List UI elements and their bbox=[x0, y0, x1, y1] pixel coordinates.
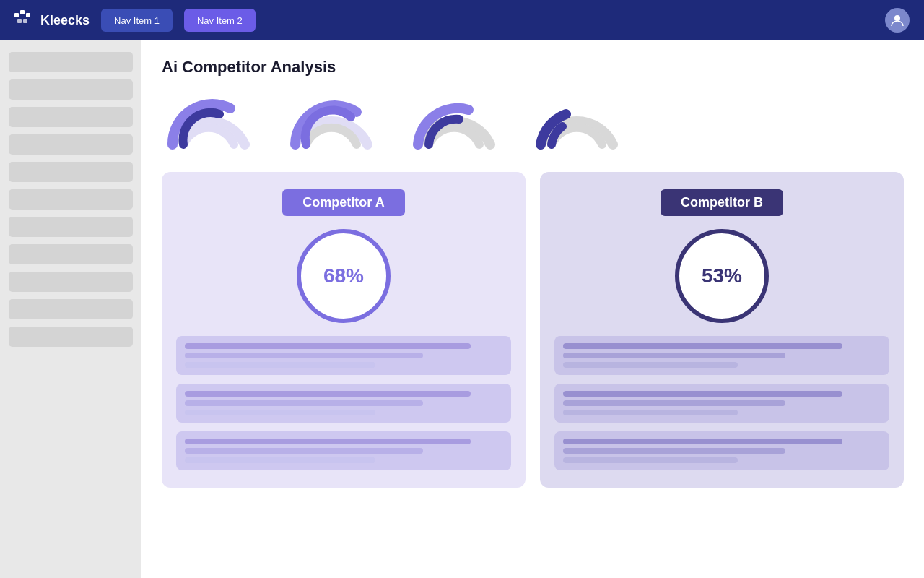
gauge-3-svg bbox=[407, 94, 501, 152]
competitor-b-line-2 bbox=[563, 353, 785, 358]
logo-text: Kleecks bbox=[40, 13, 90, 28]
competitor-a-info-blocks bbox=[176, 336, 511, 470]
navbar: Kleecks Nav Item 1 Nav Item 2 bbox=[0, 0, 924, 40]
competitor-b-block-2 bbox=[554, 384, 889, 423]
competitor-a-line-9 bbox=[185, 457, 375, 463]
sidebar-item-9[interactable] bbox=[9, 272, 133, 292]
competitor-a-line-2 bbox=[185, 353, 423, 358]
competitor-a-line-4 bbox=[185, 391, 471, 397]
competitor-b-line-8 bbox=[563, 448, 785, 454]
competitor-a-line-1 bbox=[185, 343, 471, 349]
competitor-b-badge: Competitor B bbox=[661, 189, 783, 216]
competitor-a-percentage: 68% bbox=[297, 229, 391, 323]
gauge-2-svg bbox=[284, 94, 378, 152]
competitor-b-line-1 bbox=[563, 343, 842, 349]
layout: Ai Competitor Analysis bbox=[0, 40, 924, 578]
logo: Kleecks bbox=[14, 10, 90, 30]
competitor-b-line-4 bbox=[563, 391, 842, 397]
svg-rect-1 bbox=[20, 10, 25, 14]
sidebar-item-3[interactable] bbox=[9, 107, 133, 127]
competitor-b-block-1 bbox=[554, 336, 889, 375]
avatar[interactable] bbox=[885, 8, 910, 33]
competitor-a-line-3 bbox=[185, 362, 375, 368]
competitor-card-a: Competitor A 68% bbox=[162, 172, 526, 488]
svg-rect-0 bbox=[14, 13, 19, 17]
sidebar-item-7[interactable] bbox=[9, 217, 133, 237]
gauge-1 bbox=[162, 94, 256, 152]
sidebar-item-11[interactable] bbox=[9, 327, 133, 347]
gauge-4 bbox=[530, 94, 624, 152]
sidebar-item-10[interactable] bbox=[9, 299, 133, 319]
page-title: Ai Competitor Analysis bbox=[162, 58, 904, 77]
svg-rect-2 bbox=[26, 13, 30, 17]
competitor-b-info-blocks bbox=[554, 336, 889, 470]
competitor-b-line-6 bbox=[563, 410, 738, 415]
sidebar bbox=[0, 40, 141, 578]
logo-icon bbox=[14, 10, 35, 30]
svg-point-5 bbox=[894, 15, 900, 21]
navbar-left: Kleecks Nav Item 1 Nav Item 2 bbox=[14, 9, 256, 32]
svg-rect-3 bbox=[17, 19, 22, 23]
sidebar-item-2[interactable] bbox=[9, 79, 133, 100]
competitor-b-percentage: 53% bbox=[675, 229, 769, 323]
competitor-a-line-5 bbox=[185, 400, 423, 406]
competitor-b-block-3 bbox=[554, 431, 889, 470]
gauge-1-svg bbox=[162, 94, 256, 152]
competitor-card-b: Competitor B 53% bbox=[540, 172, 904, 488]
sidebar-item-4[interactable] bbox=[9, 134, 133, 155]
competitor-a-block-2 bbox=[176, 384, 511, 423]
competitor-a-line-8 bbox=[185, 448, 423, 454]
sidebar-item-8[interactable] bbox=[9, 244, 133, 264]
competitor-a-block-3 bbox=[176, 431, 511, 470]
cards-row: Competitor A 68% bbox=[162, 172, 904, 488]
gauge-4-svg bbox=[530, 94, 624, 152]
competitor-b-line-3 bbox=[563, 362, 738, 368]
nav-button-2[interactable]: Nav Item 2 bbox=[184, 9, 256, 32]
gauge-3 bbox=[407, 94, 501, 152]
competitor-a-line-7 bbox=[185, 439, 471, 444]
competitor-b-line-9 bbox=[563, 457, 738, 463]
sidebar-item-5[interactable] bbox=[9, 162, 133, 182]
sidebar-item-6[interactable] bbox=[9, 189, 133, 210]
sidebar-item-1[interactable] bbox=[9, 52, 133, 72]
competitor-b-line-7 bbox=[563, 439, 842, 444]
gauge-row bbox=[162, 94, 904, 152]
competitor-a-block-1 bbox=[176, 336, 511, 375]
competitor-a-badge: Competitor A bbox=[282, 189, 404, 216]
competitor-a-line-6 bbox=[185, 410, 375, 415]
nav-button-1[interactable]: Nav Item 1 bbox=[101, 9, 173, 32]
gauge-2 bbox=[284, 94, 378, 152]
main-content: Ai Competitor Analysis bbox=[141, 40, 924, 578]
competitor-b-line-5 bbox=[563, 400, 785, 406]
svg-rect-4 bbox=[23, 19, 27, 23]
